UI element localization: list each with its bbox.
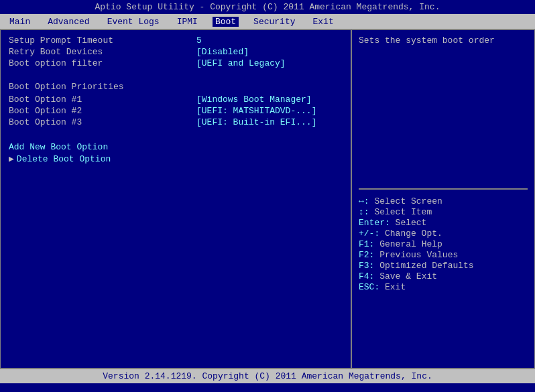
footer-text: Version 2.14.1219. Copyright (C) 2011 Am… — [103, 371, 432, 381]
help-desc: Exit — [385, 282, 406, 292]
title-text: Aptio Setup Utility - Copyright (C) 2011… — [95, 2, 440, 12]
help-desc: Change Opt. — [385, 228, 442, 239]
help-desc: General Help — [379, 239, 442, 249]
help-key: F1: — [359, 239, 379, 249]
nav-item-boot[interactable]: Boot — [213, 17, 239, 27]
menu-arrow-link[interactable]: ▶Delete Boot Option — [9, 153, 343, 164]
menu-row-label: Boot Option #3 — [9, 117, 196, 127]
spacer — [9, 70, 343, 76]
help-line: Enter: Select — [359, 218, 528, 228]
nav-item-exit[interactable]: Exit — [310, 17, 337, 27]
help-key: Enter: — [359, 218, 396, 228]
help-desc: Save & Exit — [379, 271, 437, 281]
menu-row-label: Boot option filter — [9, 58, 196, 68]
help-line: ↔: Select Screen — [359, 196, 528, 206]
footer: Version 2.14.1219. Copyright (C) 2011 Am… — [0, 369, 535, 383]
menu-row-label: Boot Option #2 — [9, 106, 196, 116]
help-line: ↕: Select Item — [359, 207, 528, 217]
right-panel: Sets the system boot order ↔: Select Scr… — [352, 30, 534, 368]
menu-row-label: Boot Option #1 — [9, 94, 196, 105]
help-line: ESC: Exit — [359, 282, 528, 292]
help-key: ESC: — [359, 282, 385, 292]
right-help-area: ↔: Select Screen↕: Select ItemEnter: Sel… — [359, 194, 528, 292]
help-desc: Select Screen — [374, 196, 442, 206]
nav-item-ipmi[interactable]: IPMI — [174, 17, 200, 27]
help-key: F3: — [359, 261, 379, 271]
help-key: ↔: — [359, 196, 374, 206]
help-key: ↕: — [359, 207, 374, 217]
description-text: Sets the system boot order — [359, 36, 495, 46]
help-key: +/-: — [359, 228, 385, 239]
spacer — [9, 135, 343, 142]
menu-row-label: Setup Prompt Timeout — [9, 36, 196, 46]
menu-row-value: [UEFI: MATSHITADVD-...] — [196, 106, 316, 116]
menu-row-value: [UEFI: Built-in EFI...] — [196, 117, 316, 127]
menu-row[interactable]: Boot option filter[UEFI and Legacy] — [9, 58, 343, 68]
spacer — [9, 129, 343, 135]
help-desc: Optimized Defaults — [379, 261, 473, 271]
left-panel: Setup Prompt Timeout5Retry Boot Devices[… — [1, 30, 352, 368]
menu-link[interactable]: Add New Boot Option — [9, 142, 343, 152]
nav-item-main[interactable]: Main — [7, 17, 33, 27]
help-desc: Select Item — [374, 207, 432, 217]
menu-row-value: [UEFI and Legacy] — [196, 58, 286, 68]
help-line: F1: General Help — [359, 239, 528, 249]
nav-item-event-logs[interactable]: Event Logs — [105, 17, 162, 27]
help-line: F3: Optimized Defaults — [359, 261, 528, 271]
nav-item-security[interactable]: Security — [251, 17, 298, 27]
menu-link-label[interactable]: Add New Boot Option — [9, 142, 196, 152]
menu-arrow-link-label[interactable]: Delete Boot Option — [17, 154, 204, 164]
menu-row[interactable]: Boot Option #3[UEFI: Built-in EFI...] — [9, 117, 343, 127]
nav-bar: MainAdvancedEvent LogsIPMIBootSecurityEx… — [0, 15, 535, 29]
menu-row-value: [Windows Boot Manager] — [196, 94, 312, 105]
menu-row-label: Retry Boot Devices — [9, 47, 196, 57]
help-line: F2: Previous Values — [359, 250, 528, 260]
help-desc: Select — [396, 218, 427, 228]
menu-row[interactable]: Boot Option #1[Windows Boot Manager] — [9, 94, 343, 105]
menu-row[interactable]: Retry Boot Devices[Disabled] — [9, 47, 343, 57]
arrow-icon: ▶ — [9, 153, 14, 164]
help-line: +/-: Change Opt. — [359, 228, 528, 239]
help-key: F2: — [359, 250, 379, 260]
menu-row-value: 5 — [196, 36, 202, 46]
menu-row[interactable]: Setup Prompt Timeout5 — [9, 36, 343, 46]
section-header: Boot Option Priorities — [9, 82, 343, 92]
menu-row-value: [Disabled] — [196, 47, 249, 57]
right-description-area: Sets the system boot order — [359, 36, 528, 190]
nav-item-advanced[interactable]: Advanced — [45, 17, 92, 27]
title-bar: Aptio Setup Utility - Copyright (C) 2011… — [0, 0, 535, 15]
menu-row[interactable]: Boot Option #2[UEFI: MATSHITADVD-...] — [9, 106, 343, 116]
help-desc: Previous Values — [379, 250, 458, 260]
help-key: F4: — [359, 271, 379, 281]
help-line: F4: Save & Exit — [359, 271, 528, 281]
main-layout: Setup Prompt Timeout5Retry Boot Devices[… — [0, 29, 535, 369]
